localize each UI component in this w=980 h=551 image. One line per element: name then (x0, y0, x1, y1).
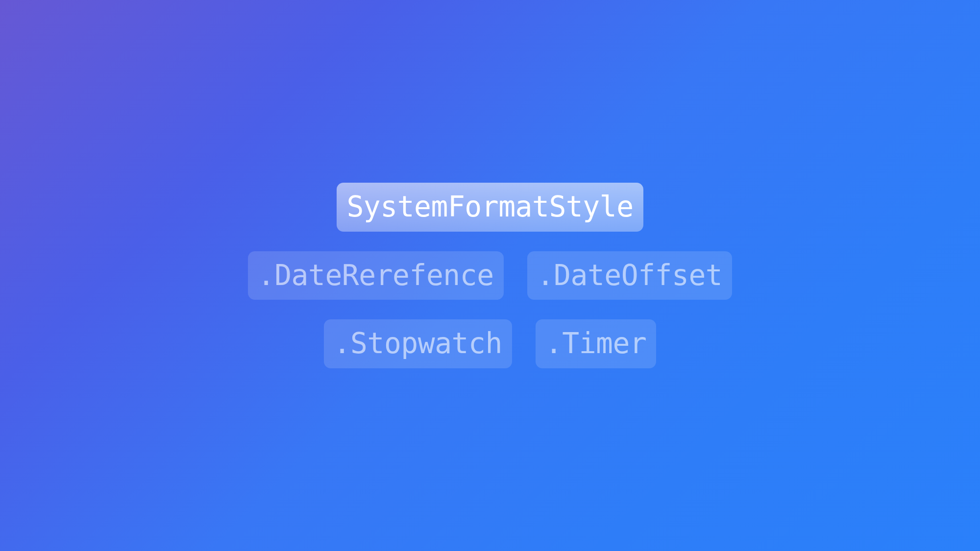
date-reference-pill: .DateRerefence (248, 251, 504, 300)
subtype-label: .Timer (545, 327, 647, 360)
timer-pill: .Timer (536, 319, 657, 368)
main-type-label: SystemFormatStyle (346, 190, 633, 223)
diagram-container: SystemFormatStyle .DateRerefence .DateOf… (248, 183, 732, 368)
subtype-label: .DateOffset (537, 259, 723, 292)
subtype-label: .Stopwatch (334, 327, 502, 360)
stopwatch-pill: .Stopwatch (324, 319, 512, 368)
date-offset-pill: .DateOffset (527, 251, 733, 300)
subtypes-row-2: .Stopwatch .Timer (324, 319, 657, 368)
subtype-label: .DateRerefence (258, 259, 494, 292)
system-format-style-pill: SystemFormatStyle (337, 183, 643, 231)
subtypes-row-1: .DateRerefence .DateOffset (248, 251, 732, 300)
